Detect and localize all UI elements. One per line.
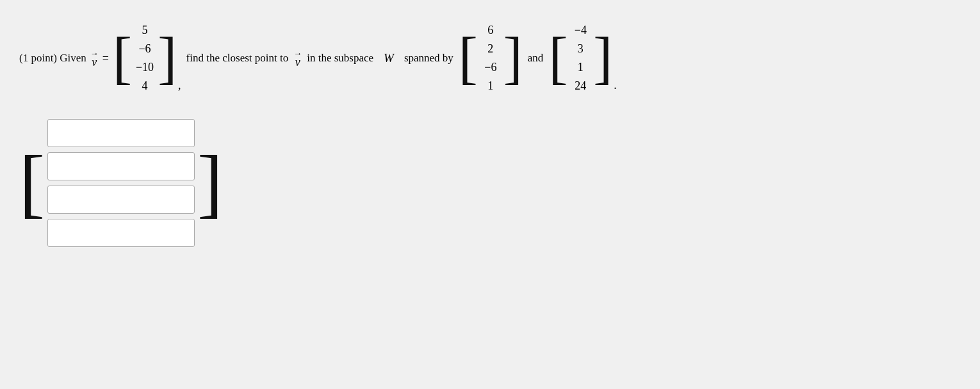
equals-sign: = [102,52,109,65]
answer-area: [ ] [19,113,961,253]
bracket-left-v1: [ [459,29,478,87]
v-vector-label-2: → v [293,49,302,68]
answer-matrix: [ ] [19,113,223,253]
v2-r2: 3 [571,40,589,58]
question-row: (1 point) Given → v = [ 5 −6 −10 4 ] , f… [19,19,961,97]
answer-inputs-container [45,113,197,253]
vector2-values: −4 3 1 24 [570,19,591,97]
comma: , [178,79,181,92]
find-text-2: in the subspace [307,52,373,65]
given-v4: 4 [136,77,154,95]
v1-r4: 1 [482,77,500,95]
v1-r3: −6 [482,59,500,76]
v-letter: v [92,56,97,68]
given-v3: −10 [136,59,154,76]
answer-input-3[interactable] [47,186,195,214]
answer-bracket-right: ] [197,113,223,253]
vector1-values: 6 2 −6 1 [480,19,501,97]
period: . [614,79,617,92]
spanned-text: spanned by [404,52,453,65]
given-v1: 5 [136,22,154,39]
page: (1 point) Given → v = [ 5 −6 −10 4 ] , f… [0,0,980,389]
answer-input-4[interactable] [47,219,195,247]
question-label: (1 point) Given [19,52,86,65]
bracket-right-v1: ] [503,29,523,87]
bracket-right-given: ] [158,29,177,87]
and-text: and [528,52,544,65]
v1-r1: 6 [482,22,500,39]
v2-r4: 24 [571,77,589,95]
bracket-left-given: [ [113,29,132,87]
bracket-left-v2: [ [548,29,568,87]
v-letter-2: v [295,56,300,68]
find-text-1: find the closest point to [186,52,289,65]
vector1: [ 6 2 −6 1 ] [459,19,523,97]
given-v2: −6 [136,40,154,58]
v1-r2: 2 [482,40,500,58]
answer-input-1[interactable] [47,119,195,147]
v-vector-label: → v [90,49,99,68]
bracket-right-v2: ] [593,29,612,87]
given-vector-values: 5 −6 −10 4 [135,19,155,97]
answer-input-2[interactable] [47,152,195,180]
vector2: [ −4 3 1 24 ] [548,19,612,97]
answer-bracket-left: [ [19,113,45,253]
v2-r1: −4 [571,22,589,39]
given-vector: [ 5 −6 −10 4 ] [113,19,177,97]
v2-r3: 1 [571,59,589,76]
W-label: W [384,51,394,65]
